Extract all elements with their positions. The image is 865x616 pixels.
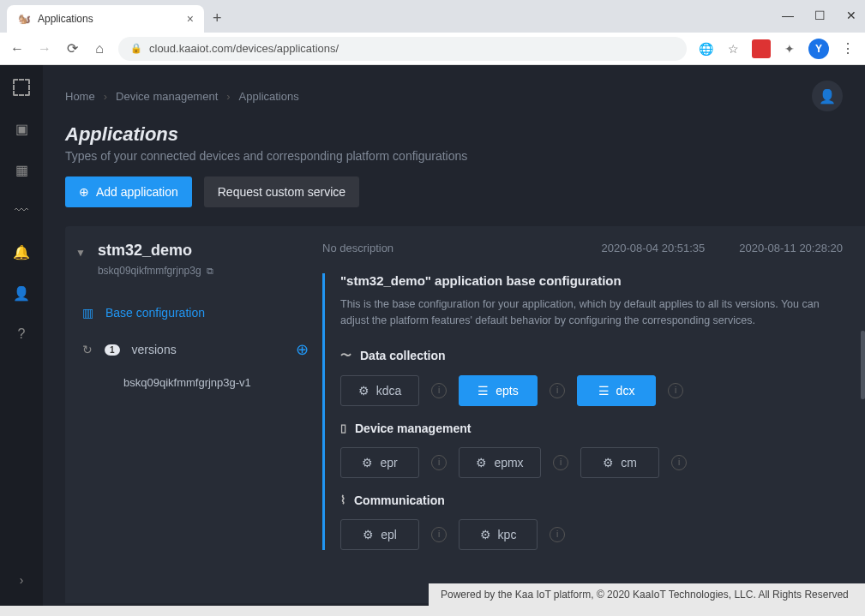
versions-count-badge: 1 bbox=[105, 344, 120, 356]
sidebar-item-users[interactable]: 👤 bbox=[13, 284, 30, 302]
copy-icon[interactable]: ⧉ bbox=[207, 266, 213, 277]
tab-title: Applications bbox=[38, 13, 93, 25]
info-icon[interactable]: i bbox=[431, 527, 447, 542]
chevron-right-icon: › bbox=[104, 90, 107, 103]
sidebar-item-dashboard[interactable]: ▣ bbox=[13, 120, 30, 137]
updated-timestamp: 2020-08-11 20:28:20 bbox=[739, 242, 843, 254]
sidebar-item-help[interactable]: ? bbox=[13, 326, 30, 343]
chevron-right-icon: › bbox=[226, 90, 230, 103]
service-epts[interactable]: ☰epts bbox=[459, 375, 538, 406]
info-icon[interactable]: i bbox=[553, 455, 568, 470]
section-comm-title: Communication bbox=[354, 493, 445, 507]
logo-icon[interactable] bbox=[13, 79, 30, 96]
info-icon[interactable]: i bbox=[671, 455, 687, 470]
add-version-button[interactable]: ⊕ bbox=[296, 340, 309, 359]
profile-avatar[interactable]: Y bbox=[808, 39, 829, 59]
info-icon[interactable]: i bbox=[431, 383, 447, 398]
versions-label: versions bbox=[132, 343, 177, 356]
base-config-item[interactable]: ▥ Base configuration bbox=[75, 296, 312, 330]
close-icon[interactable]: ✕ bbox=[846, 9, 856, 22]
home-button[interactable]: ⌂ bbox=[91, 40, 108, 57]
service-dcx[interactable]: ☰dcx bbox=[577, 375, 656, 406]
extension-red-icon[interactable] bbox=[752, 39, 771, 58]
minimize-icon[interactable]: — bbox=[782, 9, 794, 22]
bc-home[interactable]: Home bbox=[65, 90, 95, 103]
info-icon[interactable]: i bbox=[668, 383, 683, 398]
tab-strip: 🐿️ Applications × + bbox=[0, 0, 865, 33]
footer-text: Powered by the Kaa IoT platform, © 2020 … bbox=[429, 583, 865, 606]
service-kpc[interactable]: ⚙kpc bbox=[459, 519, 538, 550]
page-title: Applications bbox=[65, 123, 843, 146]
sidebar-item-analytics[interactable]: 〰 bbox=[13, 202, 30, 219]
url-input[interactable]: 🔒 cloud.kaaiot.com/devices/applications/ bbox=[118, 37, 687, 61]
lock-icon: 🔒 bbox=[130, 43, 142, 54]
page-subtitle: Types of your connected devices and corr… bbox=[65, 149, 843, 163]
service-epmx[interactable]: ⚙epmx bbox=[459, 447, 541, 478]
url-text: cloud.kaaiot.com/devices/applications/ bbox=[149, 42, 339, 55]
gear-icon: ⚙ bbox=[480, 528, 491, 541]
sliders-icon: ☰ bbox=[598, 384, 610, 398]
menu-icon[interactable]: ⋮ bbox=[839, 40, 856, 57]
gear-icon: ⚙ bbox=[358, 384, 369, 398]
gear-icon: ⚙ bbox=[362, 456, 373, 469]
data-collection-icon: 〜 bbox=[340, 348, 351, 363]
section-data-title: Data collection bbox=[360, 349, 446, 362]
request-service-button[interactable]: Request custom service bbox=[204, 176, 359, 207]
versions-item[interactable]: ↻ 1 versions ⊕ bbox=[75, 330, 312, 369]
application-name[interactable]: stm32_demo bbox=[98, 242, 213, 260]
version-entry[interactable]: bskq09qikfmmfgrjnp3g-v1 bbox=[75, 369, 312, 396]
bookmark-icon[interactable]: ☆ bbox=[724, 40, 742, 57]
base-config-label: Base configuration bbox=[105, 306, 205, 320]
bc-current: Applications bbox=[239, 90, 299, 103]
tab-close-icon[interactable]: × bbox=[187, 12, 194, 26]
config-description: This is the base configuration for your … bbox=[340, 296, 843, 329]
sidebar-item-alerts[interactable]: 🔔 bbox=[13, 243, 30, 260]
app-description: No description bbox=[322, 242, 393, 254]
section-device-title: Device management bbox=[355, 422, 471, 435]
user-menu-icon[interactable]: 👤 bbox=[812, 81, 843, 111]
scrollbar-thumb[interactable] bbox=[861, 331, 865, 399]
gear-icon: ⚙ bbox=[363, 528, 374, 541]
created-timestamp: 2020-08-04 20:51:35 bbox=[602, 242, 706, 254]
service-cm[interactable]: ⚙cm bbox=[580, 447, 659, 478]
sidebar-item-apps[interactable]: ▦ bbox=[13, 161, 30, 178]
browser-tab[interactable]: 🐿️ Applications × bbox=[7, 5, 204, 33]
new-tab-button[interactable]: + bbox=[213, 9, 222, 33]
sidebar: ▣ ▦ 〰 🔔 👤 ? › bbox=[0, 65, 43, 606]
device-icon: ▯ bbox=[340, 422, 346, 434]
maximize-icon[interactable]: ☐ bbox=[814, 9, 826, 22]
breadcrumb: Home › Device management › Applications … bbox=[43, 65, 865, 111]
application-id: bskq09qikfmmfgrjnp3g bbox=[98, 265, 201, 277]
service-epr[interactable]: ⚙epr bbox=[340, 447, 419, 478]
config-icon: ▥ bbox=[82, 306, 93, 320]
collapse-icon[interactable]: ▼ bbox=[75, 247, 86, 259]
sliders-icon: ☰ bbox=[478, 384, 489, 398]
gear-icon: ⚙ bbox=[603, 456, 614, 469]
forward-button[interactable]: → bbox=[36, 40, 53, 57]
sidebar-expand-icon[interactable]: › bbox=[13, 571, 30, 589]
wifi-icon: ⌇ bbox=[340, 493, 345, 506]
info-icon[interactable]: i bbox=[550, 383, 565, 398]
info-icon[interactable]: i bbox=[550, 527, 565, 542]
add-application-button[interactable]: ⊕ Add application bbox=[65, 176, 192, 207]
service-kdca[interactable]: ⚙kdca bbox=[340, 375, 419, 406]
history-icon: ↻ bbox=[82, 343, 93, 356]
config-title: "stm32_demo" application base configurat… bbox=[340, 273, 843, 288]
reload-button[interactable]: ⟳ bbox=[63, 40, 81, 57]
translate-icon[interactable]: 🌐 bbox=[697, 40, 714, 57]
tab-favicon: 🐿️ bbox=[17, 12, 31, 26]
bc-device-mgmt[interactable]: Device management bbox=[116, 90, 218, 103]
gear-icon: ⚙ bbox=[476, 456, 487, 469]
back-button[interactable]: ← bbox=[9, 40, 26, 57]
plus-circle-icon: ⊕ bbox=[79, 185, 89, 199]
address-bar: ← → ⟳ ⌂ 🔒 cloud.kaaiot.com/devices/appli… bbox=[0, 33, 865, 65]
extensions-icon[interactable]: ✦ bbox=[781, 40, 798, 57]
info-icon[interactable]: i bbox=[431, 455, 447, 470]
service-epl[interactable]: ⚙epl bbox=[340, 519, 419, 550]
